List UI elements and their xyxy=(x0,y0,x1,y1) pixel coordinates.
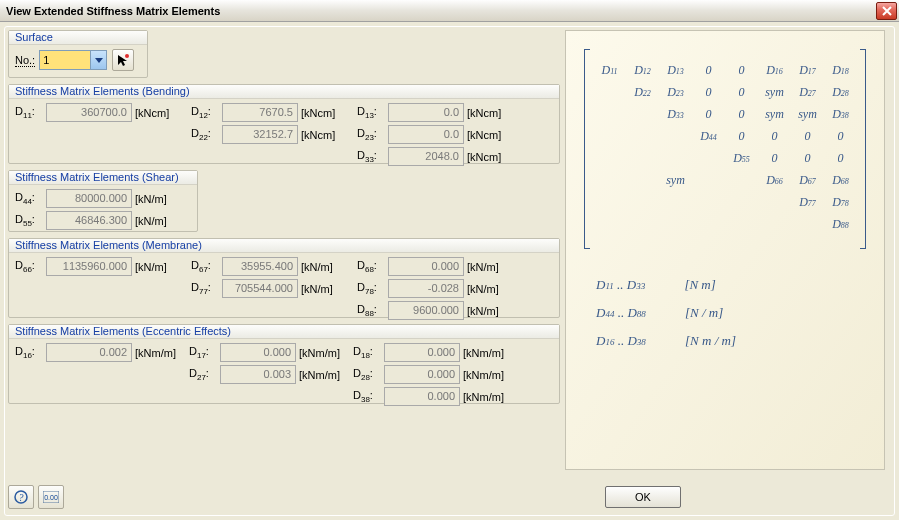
label-d12: D12: xyxy=(191,105,219,120)
pick-surface-button[interactable] xyxy=(112,49,134,71)
matrix-cell: 0 xyxy=(725,59,758,81)
value-d77: 705544.000 xyxy=(222,279,298,298)
unit-knm: [kN/m] xyxy=(301,261,343,273)
matrix-cell xyxy=(659,191,692,213)
matrix-cell: sym xyxy=(758,103,791,125)
matrix-cell: sym xyxy=(659,169,692,191)
matrix-cell xyxy=(626,169,659,191)
unit-knmm: [kNm/m] xyxy=(463,369,511,381)
label-d67: D67: xyxy=(191,259,219,274)
value-d67: 35955.400 xyxy=(222,257,298,276)
value-d27: 0.003 xyxy=(220,365,296,384)
label-d44: D44: xyxy=(15,191,43,206)
close-icon xyxy=(882,6,892,16)
matrix-cell: D13 xyxy=(659,59,692,81)
matrix-cell: D78 xyxy=(824,191,857,213)
unit-kncm: [kNcm] xyxy=(301,129,343,141)
unit-kncm: [kNcm] xyxy=(467,107,509,119)
label-d22: D22: xyxy=(191,127,219,142)
question-icon: ? xyxy=(14,490,28,504)
matrix-legend: D11 .. D33 [N m] D44 .. D88 [N / m] D16 … xyxy=(596,277,884,349)
matrix-cell: sym xyxy=(758,81,791,103)
matrix-cell: D66 xyxy=(758,169,791,191)
group-shear: Stiffness Matrix Elements (Shear) D44: 8… xyxy=(8,170,198,232)
svg-point-0 xyxy=(125,54,129,58)
unit-kncm: [kNcm] xyxy=(467,151,509,163)
units-button[interactable]: 0.00 xyxy=(38,485,64,509)
value-d11: 360700.0 xyxy=(46,103,132,122)
matrix-cell: D23 xyxy=(659,81,692,103)
label-d17: D17: xyxy=(189,345,217,360)
matrix-cell xyxy=(659,147,692,169)
unit-knm: [kN/m] xyxy=(467,261,509,273)
matrix-cell xyxy=(626,103,659,125)
surface-combo[interactable]: 1 xyxy=(39,50,107,70)
matrix-cell xyxy=(593,103,626,125)
value-d66: 1135960.000 xyxy=(46,257,132,276)
label-d88: D88: xyxy=(357,303,385,318)
label-d78: D78: xyxy=(357,281,385,296)
unit-knmm: [kNm/m] xyxy=(463,391,511,403)
matrix-cell xyxy=(593,169,626,191)
value-d16: 0.002 xyxy=(46,343,132,362)
matrix-cell xyxy=(791,213,824,235)
matrix-cell: D68 xyxy=(824,169,857,191)
unit-knmm: [kNm/m] xyxy=(299,369,347,381)
matrix-cell: 0 xyxy=(824,147,857,169)
value-d33: 2048.0 xyxy=(388,147,464,166)
close-button[interactable] xyxy=(876,2,897,20)
label-d16: D16: xyxy=(15,345,43,360)
matrix-cell: D44 xyxy=(692,125,725,147)
value-d88: 9600.000 xyxy=(388,301,464,320)
unit-knm: [kN/m] xyxy=(467,305,509,317)
surface-no-label: No.: xyxy=(15,54,35,67)
label-d13: D13: xyxy=(357,105,385,120)
matrix-cell: 0 xyxy=(725,125,758,147)
unit-kncm: [kNcm] xyxy=(135,107,177,119)
title-bar: View Extended Stiffness Matrix Elements xyxy=(0,0,899,22)
matrix-cell: D22 xyxy=(626,81,659,103)
matrix-cell: 0 xyxy=(758,125,791,147)
group-label-surface: Surface xyxy=(9,31,147,45)
value-d12: 7670.5 xyxy=(222,103,298,122)
matrix-cell xyxy=(659,213,692,235)
matrix-cell: 0 xyxy=(791,125,824,147)
matrix-cell: D11 xyxy=(593,59,626,81)
matrix-cell: D27 xyxy=(791,81,824,103)
matrix-cell: 0 xyxy=(791,147,824,169)
group-eccentric: Stiffness Matrix Elements (Eccentric Eff… xyxy=(8,324,560,404)
ok-button[interactable]: OK xyxy=(605,486,681,508)
svg-text:?: ? xyxy=(19,492,24,503)
matrix-panel: D11D12D1300D16D17D18D22D2300symD27D28D33… xyxy=(565,30,885,470)
label-d77: D77: xyxy=(191,281,219,296)
matrix-cell xyxy=(725,213,758,235)
help-button[interactable]: ? xyxy=(8,485,34,509)
label-d11: D11: xyxy=(15,105,43,120)
matrix-cell: 0 xyxy=(725,103,758,125)
matrix-cell xyxy=(758,213,791,235)
unit-kncm: [kNcm] xyxy=(301,107,343,119)
group-label-membrane: Stiffness Matrix Elements (Membrane) xyxy=(9,239,559,253)
matrix-cell xyxy=(692,169,725,191)
cursor-icon xyxy=(116,53,130,67)
matrix-cell xyxy=(593,213,626,235)
matrix-cell xyxy=(626,147,659,169)
surface-combo-value: 1 xyxy=(40,51,90,69)
matrix-cell: D18 xyxy=(824,59,857,81)
matrix-cell: 0 xyxy=(725,81,758,103)
left-pane: Surface No.: 1 xyxy=(8,30,560,404)
label-d66: D66: xyxy=(15,259,43,274)
unit-kncm: [kNcm] xyxy=(467,129,509,141)
value-d55: 46846.300 xyxy=(46,211,132,230)
group-bending: Stiffness Matrix Elements (Bending) D11:… xyxy=(8,84,560,164)
value-d68: 0.000 xyxy=(388,257,464,276)
unit-knmm: [kNm/m] xyxy=(463,347,511,359)
matrix-cell xyxy=(692,213,725,235)
label-d27: D27: xyxy=(189,367,217,382)
matrix-cell: D55 xyxy=(725,147,758,169)
bottom-bar: ? 0.00 OK xyxy=(8,482,891,512)
matrix-cell: D33 xyxy=(659,103,692,125)
matrix-cell xyxy=(725,169,758,191)
matrix-cell: 0 xyxy=(692,81,725,103)
matrix-cell: D28 xyxy=(824,81,857,103)
